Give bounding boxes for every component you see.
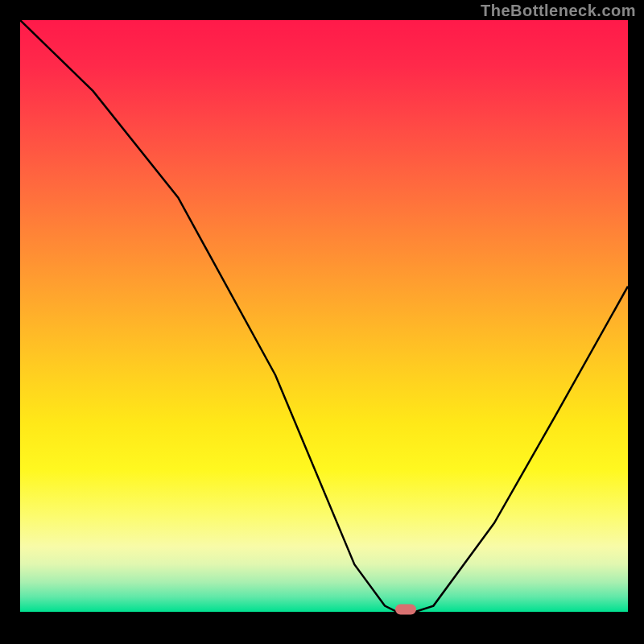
watermark-text: TheBottleneck.com	[481, 2, 636, 20]
chart-plot-area	[20, 20, 628, 612]
bottleneck-curve	[20, 20, 628, 612]
optimal-marker	[395, 605, 416, 615]
